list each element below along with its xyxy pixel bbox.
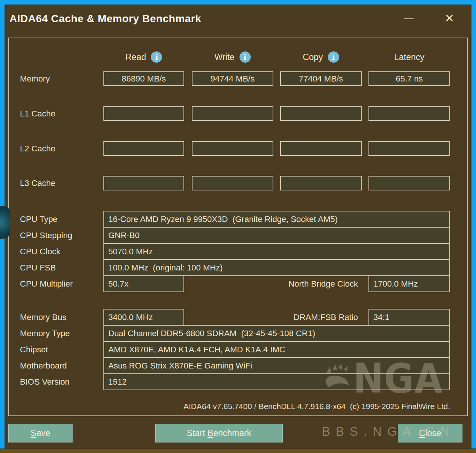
close-label-key: C — [419, 428, 426, 438]
memory-copy-value: 77404 MB/s — [280, 71, 362, 86]
chipset-value: AMD X870E, AMD K1A.4 FCH, AMD K1A.4 IMC — [103, 341, 450, 358]
l2-copy-value — [280, 141, 362, 156]
start-benchmark-button[interactable]: Start Benchmark — [155, 424, 283, 442]
start-label-rest: enchmark — [213, 428, 251, 438]
l1-copy-value — [280, 106, 362, 121]
cpu-multiplier-value: 50.7x — [103, 275, 184, 292]
bios-version-value: 1512 — [103, 373, 450, 390]
label-memory-type: Memory Type — [20, 325, 70, 342]
north-bridge-clock-value: 1700.0 MHz — [368, 275, 450, 292]
column-header-write: Write i — [192, 50, 273, 64]
save-label-rest: ave — [36, 428, 50, 438]
label-cpu-stepping: CPU Stepping — [20, 227, 72, 244]
column-header-copy: Copy i — [280, 50, 362, 64]
start-label-key: B — [208, 428, 213, 438]
version-footer: AIDA64 v7.65.7400 / BenchDLL 4.7.916.8-x… — [103, 400, 450, 412]
cpu-stepping-value: GNR-B0 — [103, 227, 450, 244]
memory-write-value: 94744 MB/s — [192, 71, 273, 86]
label-bios-version: BIOS Version — [20, 373, 70, 390]
l1-write-value — [192, 106, 273, 121]
read-info-icon[interactable]: i — [151, 51, 162, 63]
memory-read-value: 86890 MB/s — [103, 71, 184, 86]
label-dram-fsb-ratio: DRAM:FSB Ratio — [226, 309, 361, 326]
copy-info-icon[interactable]: i — [328, 51, 339, 63]
close-window-button[interactable]: ✕ — [439, 10, 459, 26]
dram-fsb-ratio-value: 34:1 — [368, 309, 450, 326]
column-header-read: Read i — [103, 50, 184, 64]
l3-read-value — [103, 176, 184, 190]
l2-write-value — [192, 141, 273, 156]
write-label: Write — [214, 52, 234, 62]
l3-write-value — [192, 176, 273, 190]
save-button[interactable]: Save — [8, 424, 73, 442]
latency-label: Latency — [394, 52, 424, 62]
label-motherboard: Motherboard — [20, 357, 67, 374]
close-button[interactable]: Close — [398, 424, 462, 442]
l3-latency-value — [368, 176, 450, 190]
window-title: AIDA64 Cache & Memory Benchmark — [9, 13, 201, 25]
row-label-l3-cache: L3 Cache — [20, 176, 55, 190]
label-cpu-fsb: CPU FSB — [20, 259, 56, 276]
cpu-fsb-value: 100.0 MHz (original: 100 MHz) — [103, 259, 450, 276]
save-label-key: S — [30, 428, 36, 438]
label-cpu-multiplier: CPU Multiplier — [20, 275, 73, 292]
motherboard-value: Asus ROG Strix X870E-E Gaming WiFi — [103, 357, 450, 374]
minimize-button[interactable]: — — [399, 11, 418, 26]
label-memory-bus: Memory Bus — [20, 309, 66, 326]
column-header-latency: Latency — [368, 50, 450, 64]
row-label-memory: Memory — [20, 71, 50, 86]
label-north-bridge-clock: North Bridge Clock — [226, 275, 361, 292]
l1-latency-value — [368, 106, 450, 121]
row-label-l2-cache: L2 Cache — [20, 141, 55, 156]
label-cpu-clock: CPU Clock — [20, 243, 61, 260]
memory-type-value: Dual Channel DDR5-6800 SDRAM (32-45-45-1… — [103, 325, 450, 342]
screen: AIDA64 Cache & Memory Benchmark — ✕ Read… — [0, 0, 476, 453]
label-cpu-type: CPU Type — [20, 211, 58, 228]
memory-latency-value: 65.7 ns — [368, 71, 450, 86]
cpu-type-value: 16-Core AMD Ryzen 9 9950X3D (Granite Rid… — [103, 211, 450, 228]
l2-latency-value — [368, 141, 450, 156]
background-window-edge — [0, 448, 476, 453]
l2-read-value — [103, 141, 184, 156]
minimize-icon: — — [404, 12, 414, 24]
screen-edge-artifact — [0, 206, 10, 239]
read-label: Read — [126, 52, 146, 62]
cpu-clock-value: 5070.0 MHz — [103, 243, 450, 260]
l3-copy-value — [280, 176, 362, 190]
write-info-icon[interactable]: i — [240, 51, 251, 63]
memory-bus-value: 3400.0 MHz — [103, 309, 184, 326]
row-label-l1-cache: L1 Cache — [20, 106, 55, 121]
close-label-rest: lose — [425, 428, 441, 438]
start-label-pre: Start — [187, 428, 208, 438]
close-icon: ✕ — [444, 12, 454, 25]
l1-read-value — [103, 106, 184, 121]
copy-label: Copy — [303, 52, 323, 62]
label-chipset: Chipset — [20, 341, 48, 358]
